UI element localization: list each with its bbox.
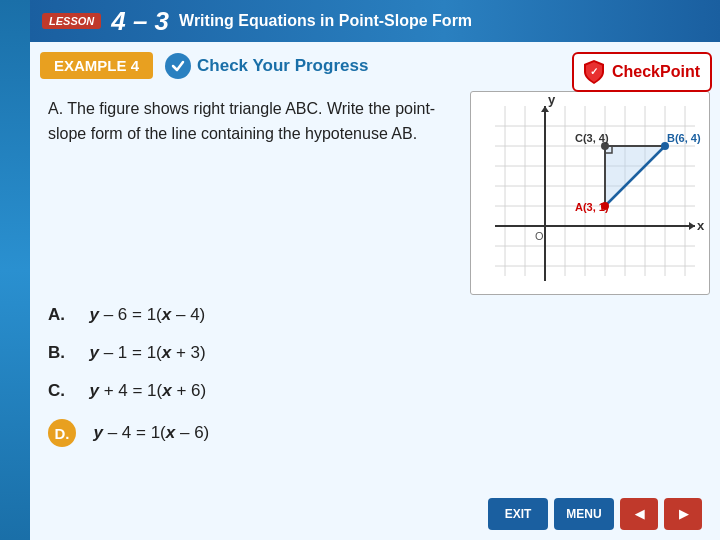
left-decorative-bar xyxy=(0,0,30,540)
answer-letter-d-correct: D. xyxy=(48,419,76,447)
svg-text:B(6, 4): B(6, 4) xyxy=(667,132,701,144)
check-progress-icon xyxy=(165,53,191,79)
prev-button[interactable]: ◀ xyxy=(620,498,658,530)
svg-text:O: O xyxy=(535,230,544,242)
svg-text:✓: ✓ xyxy=(590,66,598,77)
main-content: EXAMPLE 4 Check Your Progress A. The fig… xyxy=(30,42,720,540)
lesson-badge: LESSON xyxy=(42,13,101,29)
answer-letter-b: B. xyxy=(48,343,80,363)
answer-row-d: D. y – 4 = 1(x – 6) xyxy=(48,419,702,447)
answer-letter-a: A. xyxy=(48,305,80,325)
menu-button[interactable]: MENU xyxy=(554,498,614,530)
graph-container: x y O xyxy=(470,91,710,295)
svg-text:x: x xyxy=(697,218,705,233)
next-button[interactable]: ▶ xyxy=(664,498,702,530)
svg-marker-21 xyxy=(689,222,695,230)
svg-text:C(3, 4): C(3, 4) xyxy=(575,132,609,144)
svg-text:A(3, 1): A(3, 1) xyxy=(575,201,609,213)
answers-section: A. y – 6 = 1(x – 4) B. y – 1 = 1(x + 3) … xyxy=(40,305,710,447)
content-row: A. The figure shows right triangle ABC. … xyxy=(40,91,710,295)
checkpoint-icon: ✓ xyxy=(580,58,608,86)
answer-letter-c: C. xyxy=(48,381,80,401)
answer-text-c: y + 4 = 1(x + 6) xyxy=(80,381,206,401)
answer-text-a: y – 6 = 1(x – 4) xyxy=(80,305,205,325)
graph-svg: x y O xyxy=(475,96,705,286)
checkpoint-text: CheckPoint xyxy=(612,63,700,81)
top-header: LESSON 4 – 3 Writing Equations in Point-… xyxy=(30,0,720,42)
svg-text:y: y xyxy=(548,96,556,107)
answer-row-a: A. y – 6 = 1(x – 4) xyxy=(48,305,702,325)
bottom-nav: EXIT MENU ◀ ▶ xyxy=(488,498,702,530)
answer-text-d: y – 4 = 1(x – 6) xyxy=(84,423,209,443)
answer-text-b: y – 1 = 1(x + 3) xyxy=(80,343,206,363)
exit-button[interactable]: EXIT xyxy=(488,498,548,530)
answer-row-b: B. y – 1 = 1(x + 3) xyxy=(48,343,702,363)
question-text: A. The figure shows right triangle ABC. … xyxy=(40,91,456,295)
checkpoint-badge: ✓ CheckPoint xyxy=(572,52,712,92)
check-your-progress-label: Check Your Progress xyxy=(197,56,368,76)
example-label: EXAMPLE 4 xyxy=(40,52,153,79)
answer-row-c: C. y + 4 = 1(x + 6) xyxy=(48,381,702,401)
lesson-number: 4 – 3 xyxy=(111,6,169,37)
lesson-title: Writing Equations in Point-Slope Form xyxy=(179,12,472,30)
